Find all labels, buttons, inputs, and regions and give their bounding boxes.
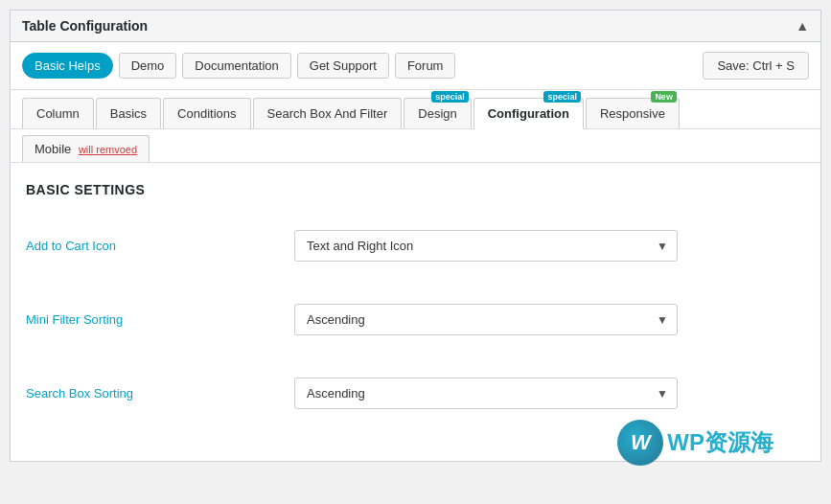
design-badge: special bbox=[431, 91, 469, 103]
responsive-badge: New bbox=[651, 91, 677, 103]
top-nav: Basic Helps Demo Documentation Get Suppo… bbox=[11, 42, 820, 90]
add-to-cart-label: Add to Cart Icon bbox=[26, 239, 294, 253]
mini-filter-select[interactable]: Ascending Descending bbox=[294, 304, 678, 335]
save-button[interactable]: Save: Ctrl + S bbox=[703, 52, 809, 80]
tab-search-box-filter[interactable]: Search Box And Filter bbox=[253, 98, 403, 128]
panel-toggle-button[interactable]: ▲ bbox=[796, 18, 809, 34]
tab-conditions[interactable]: Conditions bbox=[163, 98, 250, 128]
tab-mobile[interactable]: Mobile will remvoed bbox=[22, 135, 150, 162]
tab-design[interactable]: special Design bbox=[404, 98, 471, 128]
tab-responsive[interactable]: New Responsive bbox=[586, 98, 680, 128]
mini-filter-select-wrapper: Ascending Descending ▼ bbox=[294, 304, 678, 335]
add-to-cart-control: Text and Right Icon Text Right Icon and … bbox=[294, 230, 678, 262]
add-to-cart-select[interactable]: Text and Right Icon Text Right Icon and … bbox=[294, 230, 678, 262]
tab-basics[interactable]: Basics bbox=[96, 98, 161, 128]
search-box-select-wrapper: Ascending Descending ▼ bbox=[294, 378, 678, 409]
tab-column[interactable]: Column bbox=[22, 98, 94, 128]
nav-get-support[interactable]: Get Support bbox=[297, 53, 389, 79]
search-box-control: Ascending Descending ▼ bbox=[294, 378, 678, 409]
tab-configuration[interactable]: special Configuration bbox=[473, 98, 584, 129]
secondary-tabs: Mobile will remvoed bbox=[11, 129, 820, 163]
mobile-will-remove-note: will remvoed bbox=[79, 144, 137, 155]
panel-header: Table Configuration ▲ bbox=[11, 11, 820, 42]
nav-demo[interactable]: Demo bbox=[119, 53, 177, 79]
setting-row-add-to-cart: Add to Cart Icon Text and Right Icon Tex… bbox=[26, 220, 805, 271]
mini-filter-label: Mini Filter Sorting bbox=[26, 312, 294, 327]
section-title: BASIC SETTINGS bbox=[26, 182, 805, 197]
main-tabs: Column Basics Conditions Search Box And … bbox=[11, 90, 820, 129]
search-box-select[interactable]: Ascending Descending bbox=[294, 378, 678, 409]
search-box-label: Search Box Sorting bbox=[26, 386, 294, 401]
content-area: BASIC SETTINGS Add to Cart Icon Text and… bbox=[11, 163, 820, 461]
main-panel: Table Configuration ▲ Basic Helps Demo D… bbox=[10, 10, 821, 462]
nav-documentation[interactable]: Documentation bbox=[182, 53, 290, 79]
add-to-cart-select-wrapper: Text and Right Icon Text Right Icon and … bbox=[294, 230, 678, 262]
mini-filter-control: Ascending Descending ▼ bbox=[294, 304, 678, 335]
configuration-badge: special bbox=[543, 91, 581, 103]
top-nav-buttons: Basic Helps Demo Documentation Get Suppo… bbox=[22, 53, 455, 79]
setting-row-mini-filter: Mini Filter Sorting Ascending Descending… bbox=[26, 294, 805, 345]
panel-title: Table Configuration bbox=[22, 18, 148, 34]
setting-row-search-box: Search Box Sorting Ascending Descending … bbox=[26, 368, 805, 419]
nav-forum[interactable]: Forum bbox=[395, 53, 456, 79]
nav-basic-helps[interactable]: Basic Helps bbox=[22, 53, 113, 79]
